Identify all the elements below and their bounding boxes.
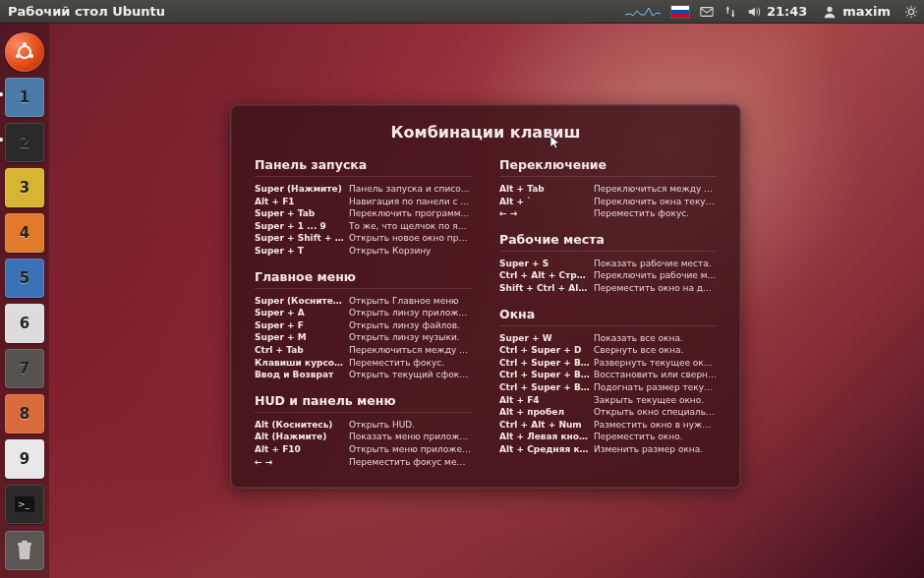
svg-rect-0 [701, 7, 713, 16]
shortcut-desc: Переключить окна текущего приложения. [594, 196, 717, 208]
session-indicator[interactable] [904, 5, 918, 19]
shortcut-desc: Закрыть текущее окно. [594, 394, 717, 407]
section-title: Панель запуска [255, 157, 472, 177]
shortcut-row: Ctrl + Alt + NumРазместить окно в нужном… [499, 419, 717, 432]
shortcut-key: Super + T [255, 245, 349, 258]
svg-point-4 [23, 42, 27, 46]
shortcut-row: Alt + Средняя кнопка …Изменить размер ок… [499, 443, 717, 456]
svg-point-2 [908, 9, 913, 14]
shortcut-key: Ctrl + Alt + Стрелки [499, 269, 594, 282]
sound-indicator[interactable] [747, 5, 761, 19]
shortcut-desc: Переключить рабочие места. [594, 269, 717, 282]
shortcut-key: ← → [255, 456, 349, 469]
shortcut-row: Alt + Левая кнопка Пе…Переместить окно. [499, 431, 717, 443]
launcher-icon-8[interactable]: 8 [5, 394, 44, 434]
svg-point-5 [29, 54, 33, 58]
shortcut-key: Super + F [255, 319, 349, 332]
shortcut-row: Super + FОткрыть линзу файлов. [255, 319, 472, 332]
shortcut-row: Alt + `Переключить окна текущего приложе… [499, 196, 717, 208]
shortcut-key: Super (Коснитесь) [255, 295, 349, 308]
user-name[interactable]: maxim [842, 4, 891, 19]
launcher-number: 8 [20, 405, 29, 423]
shortcut-desc: Переместить окно на другое рабочее место… [594, 282, 717, 295]
launcher-dash[interactable] [5, 32, 44, 72]
shortcut-key: Ctrl + Super + Влево ил… [499, 381, 594, 394]
launcher-icon-term[interactable]: >_ [5, 485, 44, 524]
shortcut-desc: Показать рабочие места. [594, 258, 717, 270]
shortcut-desc: Открыть линзу музыки. [349, 331, 472, 344]
launcher-icon-2[interactable]: 2 [5, 123, 44, 162]
shortcut-key: Super + A [255, 307, 349, 319]
shortcut-key: Ctrl + Super + Вниз [499, 369, 594, 381]
shortcut-row: Super + Shift + 1 ... 9Открыть новое окн… [255, 232, 472, 245]
overlay-title: Комбинации клавиш [255, 123, 717, 142]
shortcut-key: Super + W [499, 332, 594, 345]
shortcut-key: Ctrl + Alt + Num [499, 419, 594, 432]
keyboard-shortcuts-overlay: Комбинации клавиш Панель запускаSuper (Н… [230, 104, 741, 489]
shortcut-desc: Разместить окно в нужном месте. [594, 419, 717, 432]
section-title: Переключение [499, 157, 717, 177]
launcher-number: 5 [20, 269, 29, 287]
launcher-icon-5[interactable]: 5 [5, 259, 44, 298]
shortcut-desc: Изменить размер окна. [594, 443, 717, 456]
shortcut-desc: Переместить окно. [594, 431, 717, 443]
shortcut-key: Super + 1 ... 9 [255, 220, 349, 233]
trash-icon [15, 540, 34, 561]
mail-icon [700, 5, 714, 19]
launcher-number: 2 [20, 134, 29, 151]
shortcut-row: Ctrl + Super + Влево ил…Подогнать размер… [499, 381, 717, 394]
shortcut-row: Alt + F4Закрыть текущее окно. [499, 394, 717, 407]
launcher-number: 9 [20, 450, 29, 468]
launcher-icon-4[interactable]: 4 [5, 213, 44, 253]
window-title: Рабочий стол Ubuntu [8, 4, 165, 19]
shortcut-row: Super (Нажмите)Панель запуска и список с… [255, 183, 472, 196]
gear-icon [904, 5, 918, 19]
shortcut-row: ← →Переместить фокус. [499, 207, 717, 220]
network-icon [723, 5, 737, 19]
launcher-icon-1[interactable]: 1 [5, 78, 44, 117]
shortcut-row: Super + SПоказать рабочие места. [499, 258, 717, 270]
shortcut-key: Alt (Коснитесь) [255, 419, 349, 432]
shortcut-key: Alt + Левая кнопка Пе… [499, 431, 594, 443]
shortcut-key: Alt + Tab [499, 183, 594, 196]
shortcut-row: Alt + F1Навигация по панели с клавиатуры… [255, 196, 472, 208]
shortcut-row: Alt + пробелОткрыть окно специальных воз… [499, 406, 717, 419]
svg-rect-9 [18, 543, 31, 546]
keyboard-layout-indicator[interactable] [670, 5, 690, 19]
shortcut-key: Alt (Нажмите) [255, 431, 349, 443]
launcher-trash[interactable] [5, 531, 44, 570]
launcher-number: 4 [20, 224, 29, 242]
shortcut-desc: Открыть линзу приложений. [349, 307, 472, 319]
system-monitor-indicator[interactable] [625, 5, 661, 19]
messages-indicator[interactable] [700, 5, 714, 19]
svg-text:>_: >_ [18, 499, 30, 509]
launcher-icon-6[interactable]: 6 [5, 304, 44, 343]
shortcut-desc: Восстановить или свернуть текущее окно. [594, 369, 717, 381]
clock[interactable]: 21:43 [767, 4, 807, 19]
shortcut-key: Alt + F4 [499, 394, 594, 407]
shortcut-desc: Свернуть все окна. [594, 344, 717, 357]
launcher-number: 1 [20, 88, 29, 106]
shortcut-row: Super + WПоказать все окна. [499, 332, 717, 345]
launcher-icon-9[interactable]: 9 [5, 439, 44, 479]
shortcut-key: Shift + Ctrl + Alt + Стре… [499, 282, 594, 295]
shortcut-key: Alt + Средняя кнопка … [499, 443, 594, 456]
shortcut-desc: Открыть Главное меню [349, 295, 472, 308]
volume-icon [747, 5, 761, 19]
shortcut-key: Super + Tab [255, 207, 349, 220]
shortcut-key: Ctrl + Tab [255, 344, 349, 357]
section-title: Главное меню [255, 269, 472, 289]
shortcut-row: Клавиши курсораПереместить фокус. [255, 357, 472, 370]
shortcut-desc: Переместить фокус. [349, 357, 472, 370]
shortcut-row: Ctrl + Super + DСвернуть все окна. [499, 344, 717, 357]
overlay-right-column: ПереключениеAlt + TabПереключиться между… [499, 157, 717, 468]
flag-ru-icon [670, 5, 690, 19]
shortcut-desc: Подогнать размер текущего окна. [594, 381, 717, 394]
launcher-icon-3[interactable]: 3 [5, 168, 44, 207]
shortcut-desc: Переключиться между приложениями. [594, 183, 717, 196]
launcher-icon-7[interactable]: 7 [5, 349, 44, 388]
user-indicator[interactable] [823, 5, 837, 19]
user-icon [823, 5, 837, 19]
shortcut-key: Alt + ` [499, 196, 594, 208]
network-indicator[interactable] [723, 5, 737, 19]
